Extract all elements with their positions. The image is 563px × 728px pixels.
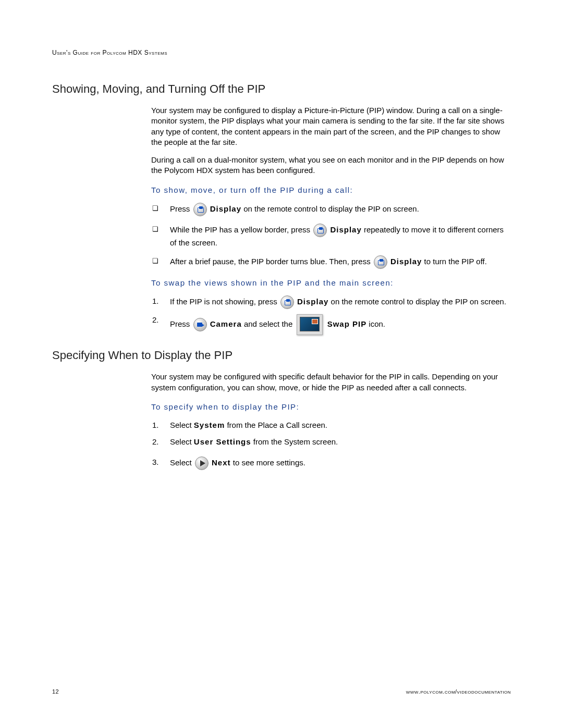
display-button-icon — [280, 295, 294, 309]
display-button-icon — [374, 255, 387, 269]
procedure-heading: To show, move, or turn off the PIP durin… — [151, 186, 511, 194]
camera-button-icon — [193, 318, 207, 331]
section-body: Your system may be configured with speci… — [151, 372, 511, 470]
display-button-icon — [313, 224, 327, 237]
text: While the PIP has a yellow border, press — [170, 225, 312, 233]
term-camera: Camera — [210, 319, 242, 328]
paragraph: Your system may be configured to display… — [151, 105, 511, 147]
term-system: System — [194, 421, 225, 429]
text: and select the — [242, 319, 295, 328]
term-display: Display — [330, 225, 361, 233]
text: Select — [170, 458, 194, 467]
list-item: Select System from the Place a Call scre… — [165, 419, 511, 431]
page-number: 12 — [52, 688, 59, 695]
paragraph: Your system may be configured with speci… — [151, 372, 511, 393]
term-next: Next — [212, 458, 231, 467]
swap-pip-icon — [297, 314, 323, 335]
term-display: Display — [390, 257, 422, 266]
text: to turn the PIP off. — [422, 257, 487, 266]
section-body: Your system may be configured to display… — [151, 105, 511, 335]
text: Select — [170, 421, 194, 429]
running-header: User's Guide for Polycom HDX Systems — [52, 49, 511, 56]
next-button-icon — [195, 456, 209, 470]
list-item: While the PIP has a yellow border, press… — [165, 224, 511, 249]
section-heading-specify-pip: Specifying When to Display the PIP — [52, 349, 511, 362]
list-item: Select Next to see more settings. — [165, 456, 511, 470]
text: on the remote control to display the PIP… — [328, 297, 506, 306]
footer-url: www.polycom.com/videodocumentation — [406, 688, 511, 695]
term-swap-pip: Swap PIP — [327, 319, 367, 328]
numbered-list: If the PIP is not showing, press Display… — [151, 295, 511, 335]
term-display: Display — [210, 204, 241, 213]
term-user-settings: User Settings — [194, 437, 251, 446]
list-item: Select User Settings from the System scr… — [165, 436, 511, 448]
display-button-icon — [193, 203, 207, 216]
bullet-list: Press Display on the remote control to d… — [151, 203, 511, 269]
page: User's Guide for Polycom HDX Systems Sho… — [0, 0, 563, 470]
paragraph: During a call on a dual-monitor system, … — [151, 155, 511, 176]
list-item: Press Display on the remote control to d… — [165, 203, 511, 216]
section-heading-pip: Showing, Moving, and Turning Off the PIP — [52, 82, 511, 96]
list-item: Press Camera and select the Swap PIP ico… — [165, 314, 511, 335]
text: from the System screen. — [251, 437, 338, 446]
procedure-heading: To specify when to display the PIP: — [151, 402, 511, 411]
text: Press — [170, 319, 192, 328]
procedure-heading: To swap the views shown in the PIP and t… — [151, 278, 511, 287]
text: If the PIP is not showing, press — [170, 297, 279, 306]
text: Select — [170, 437, 194, 446]
term-display: Display — [297, 297, 328, 306]
list-item: If the PIP is not showing, press Display… — [165, 295, 511, 309]
list-item: After a brief pause, the PIP border turn… — [165, 255, 511, 269]
text: Press — [170, 204, 192, 213]
text: icon. — [366, 319, 385, 328]
text: on the remote control to display the PIP… — [241, 204, 419, 213]
page-footer: 12 www.polycom.com/videodocumentation — [52, 688, 511, 695]
text: to see more settings. — [231, 458, 305, 467]
text: from the Place a Call screen. — [225, 421, 327, 429]
text: After a brief pause, the PIP border turn… — [170, 257, 373, 266]
numbered-list: Select System from the Place a Call scre… — [151, 419, 511, 471]
